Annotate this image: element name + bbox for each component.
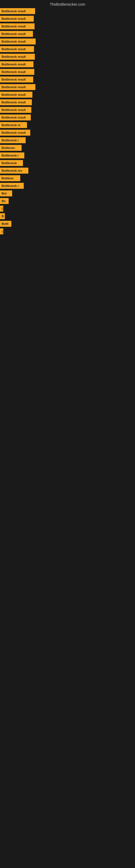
bottleneck-result-bar: Bottleneck result (0, 115, 31, 120)
bottleneck-result-bar: Bottleneck result (0, 69, 34, 75)
bar-item: Bottleneck r (0, 182, 135, 189)
bar-item: Bottleneck result (0, 8, 135, 14)
bar-item: Bottleneck r (0, 137, 135, 144)
bottleneck-result-bar: Bottleneck result (0, 99, 32, 105)
bar-item: Bottleneck result (0, 45, 135, 53)
bar-item: Bot (0, 190, 135, 197)
bar-item: Bottleneck result (0, 53, 135, 60)
bar-item: Bottleneck r (0, 152, 135, 159)
bars-container: Bottleneck resultBottleneck resultBottle… (0, 8, 135, 235)
bottleneck-result-bar: Bottleneck result (0, 38, 36, 44)
bar-item: Bottleneck result (0, 15, 135, 22)
bar-item: Bottleneck res (0, 167, 135, 174)
bar-item: Bottleneck result (0, 30, 135, 37)
bottleneck-result-bar: Bottleneck res (0, 167, 28, 174)
bottleneck-result-bar: Bottleneck result (0, 130, 30, 135)
bar-item: Bottleneck (0, 159, 135, 166)
bottleneck-result-bar: Bottleneck r (0, 183, 24, 189)
bottleneck-result-bar: Bottleneck result (0, 76, 33, 83)
bottleneck-result-bar: Bottleneck result (0, 23, 35, 29)
bottleneck-result-bar: B (0, 213, 5, 219)
bottleneck-result-bar: Bottlene (0, 175, 20, 181)
site-title: TheBottlenecker.com (0, 0, 135, 8)
bottleneck-result-bar: Bottleneck result (0, 92, 32, 98)
bar-item: | (0, 205, 135, 212)
bar-item: Bottlene (0, 175, 135, 182)
bottleneck-result-bar: Bottleneck result (0, 31, 33, 37)
bottleneck-result-bar: Bottleneck result (0, 46, 34, 52)
bottleneck-result-bar: Bottleneck r (0, 137, 26, 143)
bottleneck-result-bar: Bottlenec (0, 145, 21, 151)
bottleneck-result-bar: Bottleneck result (0, 16, 34, 22)
bottleneck-result-bar: Bo (0, 198, 9, 204)
bar-item: Bottleneck result (0, 91, 135, 98)
bottleneck-result-bar: | (0, 206, 3, 212)
bottleneck-result-bar: Bottl (0, 221, 11, 227)
bar-item: Bottleneck result (0, 23, 135, 30)
bar-item: Bottleneck result (0, 84, 135, 91)
bottleneck-result-bar: | (0, 228, 3, 235)
bottleneck-result-bar: Bottleneck result (0, 54, 35, 60)
bar-item: Bottleneck result (0, 61, 135, 68)
bottleneck-result-bar: Bottleneck result (0, 84, 35, 90)
bar-item: Bottleneck result (0, 68, 135, 75)
bottleneck-result-bar: Bottleneck (0, 160, 23, 166)
bottleneck-result-bar: Bottleneck result (0, 8, 35, 14)
bar-item: Bottleneck result (0, 76, 135, 83)
bar-item: Bottleneck result (0, 99, 135, 106)
bar-item: Bottleneck result (0, 38, 135, 45)
bar-item: Bottl (0, 220, 135, 227)
bottleneck-result-bar: Bottleneck result (0, 107, 31, 113)
bar-item: Bottleneck re (0, 122, 135, 129)
bar-item: Bottlenec (0, 144, 135, 151)
bottleneck-result-bar: Bottleneck r (0, 152, 24, 158)
bottleneck-result-bar: Bottleneck re (0, 122, 27, 128)
bar-item: Bottleneck result (0, 106, 135, 113)
bottleneck-result-bar: Bot (0, 190, 12, 196)
bar-item: | (0, 228, 135, 235)
bottleneck-result-bar: Bottleneck result (0, 61, 34, 67)
bar-item: Bo (0, 197, 135, 205)
bar-item: B (0, 213, 135, 220)
bar-item: Bottleneck result (0, 129, 135, 136)
bar-item: Bottleneck result (0, 114, 135, 121)
